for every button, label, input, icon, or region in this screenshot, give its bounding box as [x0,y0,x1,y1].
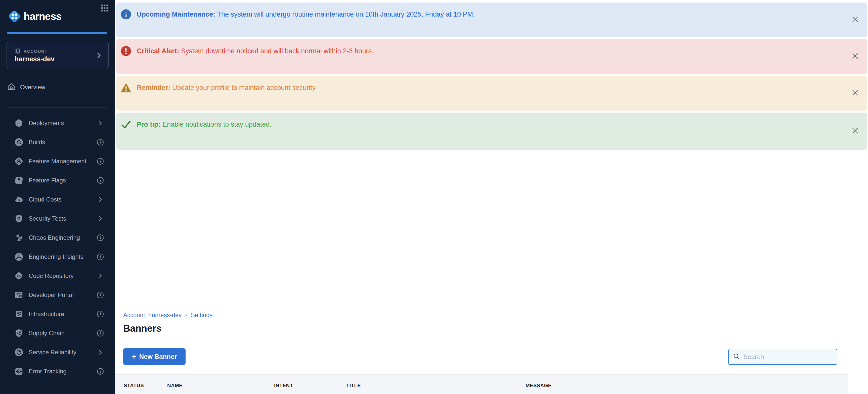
title-divider [115,341,848,341]
sidebar-item-label: Builds [29,139,45,146]
banner-title: Critical Alert: [137,47,181,55]
account-label: ACCOUNT [24,49,48,54]
info-circle-icon: i [120,8,132,20]
info-icon[interactable]: i [97,292,103,298]
harness-wordmark: harness [24,10,61,22]
table-header: STATUSNAMEINTENTTITLEMESSAGE [115,374,848,394]
sidebar-item-label: Chaos Engineering [29,234,80,241]
module-grid-icon[interactable] [100,3,109,12]
column-header-intent: INTENT [274,383,293,388]
page-title: Banners [123,323,161,334]
column-header-name: NAME [167,383,183,388]
deployments-icon: ∞ [14,118,24,128]
sidebar-item-code-repository[interactable]: </> Code Repository [0,266,115,286]
sidebar-divider [7,107,107,107]
column-header-status: STATUS [124,383,144,388]
sidebar-item-cloud-costs[interactable]: $ Cloud Costs [0,190,115,209]
success-banner: Pro tip: Enable notifications to stay up… [116,112,867,150]
info-icon[interactable]: i [97,139,103,145]
banner-message: System downtime noticed and will back no… [181,47,373,55]
security-tests-icon [14,214,24,223]
sidebar-item-service-reliability[interactable]: Service Reliability [0,343,115,362]
sidebar-item-chaos-engineering[interactable]: Chaos Engineering i [0,228,115,247]
banner-message: Enable notifications to stay updated. [162,121,272,128]
sidebar-item-engineering-insights[interactable]: Engineering Insights i [0,247,115,266]
breadcrumb: Account: harness-dev › Settings [123,311,213,319]
infrastructure-icon [14,309,24,319]
sidebar-item-builds[interactable]: Builds i [0,133,115,152]
exclamation-circle-icon [120,45,132,57]
chevron-right-icon [97,120,103,126]
svg-text:∞: ∞ [17,121,20,125]
account-selector[interactable]: ACCOUNT harness-dev [6,42,108,68]
info-icon[interactable]: i [97,234,103,241]
column-header-message: MESSAGE [526,383,552,388]
sidebar-item-label: Supply Chain [29,330,65,337]
home-icon [7,83,16,92]
sidebar-item-feature-flags[interactable]: Feature Flags i [0,171,115,190]
info-icon[interactable]: i [97,254,103,260]
sidebar-item-label: Code Repository [29,272,74,280]
main-content: Account: harness-dev › Settings Banners … [115,150,848,394]
sidebar-item-label: Feature Management [29,158,86,165]
banner-close-button[interactable] [843,6,867,34]
sidebar-item-label: Cloud Costs [29,196,62,203]
account-name: harness-dev [14,55,55,63]
error-tracking-icon [14,367,24,376]
new-banner-button[interactable]: + New Banner [123,348,186,365]
critical-banner: Critical Alert: System downtime noticed … [116,39,867,74]
chevron-right-icon [97,273,103,279]
sidebar-item-developer-portal[interactable]: Developer Portal i [0,286,115,304]
feature-flags-icon [14,176,24,185]
search-box [728,349,837,365]
breadcrumb-separator-icon: › [185,311,187,319]
banner-message: Update your profile to maintain account … [172,84,316,92]
logo-underline [7,32,107,34]
info-icon[interactable]: i [97,311,103,317]
sidebar-item-label: Developer Portal [29,292,74,298]
code-repository-icon: </> [14,271,24,281]
banner-close-button[interactable] [843,116,867,146]
plus-icon: + [132,352,136,361]
sidebar-item-feature-management[interactable]: Feature Management i [0,152,115,171]
sidebar-item-error-tracking[interactable]: Error Tracking i [0,362,115,381]
sidebar-item-supply-chain[interactable]: Supply Chain i [0,324,115,343]
sidebar-item-label: Deployments [29,120,64,127]
info-icon[interactable]: i [97,158,103,165]
close-icon [851,127,859,136]
sidebar-item-label: Service Reliability [29,349,76,356]
svg-text:i: i [125,11,127,18]
harness-logo[interactable]: harness [7,8,108,24]
info-icon[interactable]: i [97,330,103,336]
new-banner-label: New Banner [139,353,177,361]
sidebar: harness ACCOUNT harness-dev [0,0,115,394]
chevron-right-icon [97,196,103,203]
breadcrumb-account-link[interactable]: Account: harness-dev [123,311,182,319]
info-icon[interactable]: i [97,368,103,375]
info-icon[interactable]: i [97,177,103,184]
banner-title: Reminder: [137,84,172,92]
banner-close-button[interactable] [843,79,867,107]
svg-text:</>: </> [17,274,21,278]
top-strip [115,0,868,2]
breadcrumb-settings-link[interactable]: Settings [191,311,213,319]
banner-close-button[interactable] [843,43,867,70]
column-header-title: TITLE [346,383,361,388]
sidebar-item-label: Error Tracking [29,368,67,375]
sidebar-item-label: Overview [20,84,45,91]
search-icon [733,353,740,361]
layers-icon [14,48,21,55]
sidebar-item-deployments[interactable]: ∞ Deployments [0,113,115,133]
sidebar-item-overview[interactable]: Overview [7,81,107,94]
warning-triangle-icon [120,82,132,94]
chevron-right-icon [95,52,102,60]
sidebar-item-infrastructure[interactable]: Infrastructure i [0,304,115,324]
banner-title: Upcoming Maintenance: [137,10,217,18]
sidebar-item-security-tests[interactable]: Security Tests [0,209,115,228]
cloud-costs-icon: $ [14,195,24,204]
sidebar-nav: ∞ Deployments Builds i Feature Managemen… [0,113,115,381]
sidebar-item-label: Feature Flags [29,177,66,184]
harness-logo-icon [7,9,22,24]
service-reliability-icon [14,348,24,357]
search-input[interactable] [743,353,833,361]
